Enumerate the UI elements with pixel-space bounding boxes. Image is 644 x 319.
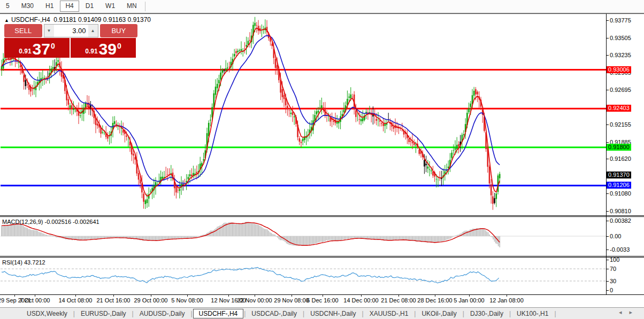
price-tick-label: 100 <box>610 257 619 263</box>
price-tick-label: -0.0033 <box>610 247 630 253</box>
chart-title-ohlc: ▲USDCHF-,H4 0.91181 0.91409 0.91163 0.91… <box>4 16 151 24</box>
tab-separator: | <box>414 310 416 317</box>
chart-tab-bar: USDX,Weekly|EURUSD-,Daily|AUDUSD-,Daily|… <box>0 307 644 319</box>
price-tick-mark <box>607 290 609 291</box>
price-tick-label: 0.00382 <box>610 218 631 224</box>
buy-price-sup: 0 <box>117 42 121 50</box>
timeframe-button-5[interactable]: 5 <box>1 1 15 12</box>
price-tick-mark <box>607 281 609 282</box>
time-tick-mark <box>361 295 362 297</box>
time-tick-mark <box>187 295 188 297</box>
tab-scroll-right-icon[interactable]: ▸ <box>629 309 640 315</box>
tab-scroll-left-icon[interactable]: ◂ <box>619 309 630 315</box>
rsi-value: 43.7212 <box>24 259 45 266</box>
time-tick-mark <box>35 295 35 297</box>
rsi-indicator-chart[interactable] <box>1 258 606 294</box>
chart-tab-xauusd-[interactable]: XAUUSD-,H1 <box>364 309 414 318</box>
buy-price-big: 39 <box>99 42 117 57</box>
time-axis[interactable]: 29 Sep 20217 Oct 00:0014 Oct 08:0021 Oct… <box>0 295 606 307</box>
time-tick-mark <box>435 295 435 297</box>
price-tick-mark <box>607 236 609 237</box>
chart-tab-usdcnh-[interactable]: USDCNH-,Daily <box>305 309 361 318</box>
time-tick-mark <box>255 295 255 297</box>
time-tick-mark <box>469 295 470 297</box>
time-tick-mark <box>323 295 323 297</box>
sell-price-box[interactable]: 0.91 37 0 <box>4 38 70 58</box>
volume-box: ▼ ▲ <box>44 24 98 37</box>
symbol-triangle-icon: ▲ <box>4 18 9 23</box>
volume-input[interactable] <box>54 25 88 37</box>
time-tick-label: 12 Jan 08:00 <box>489 297 524 304</box>
buy-button[interactable]: BUY <box>100 24 138 37</box>
time-tick-label: 5 Nov 08:00 <box>171 297 203 304</box>
tab-separator: | <box>362 310 364 317</box>
time-tick-mark <box>151 295 151 297</box>
price-tick-mark <box>607 159 609 159</box>
price-tick-mark <box>607 38 609 38</box>
chart-tab-uk100-[interactable]: UK100-,H1 <box>511 309 554 318</box>
panel-separator <box>0 216 644 217</box>
chart-tab-usdx[interactable]: USDX,Weekly <box>21 309 73 318</box>
sell-button[interactable]: SELL <box>4 24 42 37</box>
macd-label: MACD(12,26,9) -0.002516 -0.002641 <box>2 219 99 225</box>
macd-values: -0.002516 -0.002641 <box>44 219 99 225</box>
chart-tab-usdcad-[interactable]: USDCAD-,Daily <box>246 309 302 318</box>
toolbar-separator <box>145 2 145 11</box>
timeframe-toolbar: 5M30H1H4D1W1MN <box>0 0 644 13</box>
buy-price-base: 0.91 <box>85 48 97 55</box>
volume-decrease-button[interactable]: ▼ <box>44 25 54 37</box>
chart-tab-audusd-[interactable]: AUDUSD-,Daily <box>134 309 190 318</box>
price-tick-label: 0.90810 <box>610 208 631 214</box>
price-tick-mark <box>607 260 609 260</box>
price-tick-mark <box>607 90 609 90</box>
price-tick-label: 70 <box>610 266 616 272</box>
tab-separator: | <box>190 310 192 317</box>
chart-tab-usdchf-[interactable]: USDCHF-,H4 <box>193 309 244 318</box>
price-tick-label: 0.91080 <box>610 191 631 197</box>
tab-separator: | <box>554 310 556 317</box>
time-tick-mark <box>292 295 292 297</box>
ohlc-values: 0.91181 0.91409 0.91163 0.91370 <box>53 16 151 24</box>
time-tick-mark <box>75 295 76 297</box>
timeframe-button-h4[interactable]: H4 <box>60 1 79 12</box>
price-tick-mark <box>607 221 609 221</box>
time-tick-mark <box>398 295 399 297</box>
price-tick-label: 0.00 <box>610 234 621 239</box>
panel-separator[interactable] <box>0 256 644 256</box>
price-tick-mark <box>607 55 609 56</box>
time-tick-label: 14 Oct 08:00 <box>59 297 93 304</box>
timeframe-button-h1[interactable]: H1 <box>40 1 59 12</box>
chart-tab-ukoil-[interactable]: UKOil-,Daily <box>416 309 462 318</box>
price-tick-mark <box>607 269 609 269</box>
price-tick-label: 0.93235 <box>610 52 631 58</box>
timeframe-button-m30[interactable]: M30 <box>16 1 39 12</box>
time-tick-label: 29 Nov 08:00 <box>274 297 309 304</box>
time-tick-label: 6 Dec 16:00 <box>306 297 338 304</box>
rsi-name: RSI(14) <box>2 259 22 266</box>
price-axis-line <box>606 13 607 295</box>
tab-separator: | <box>303 310 304 317</box>
time-tick-label: 5 Jan 00:00 <box>454 297 485 304</box>
time-tick-label: 14 Dec 00:00 <box>343 297 378 304</box>
timeframe-button-mn[interactable]: MN <box>121 1 142 12</box>
buy-price-box[interactable]: 0.91 39 0 <box>71 38 136 58</box>
time-tick-label: 21 Dec 08:00 <box>381 297 416 304</box>
chart-tab-eurusd-[interactable]: EURUSD-,Daily <box>75 309 132 318</box>
time-tick-mark <box>14 295 15 297</box>
price-tick-mark <box>607 211 609 212</box>
tab-separator: | <box>244 310 246 317</box>
rsi-label: RSI(14) 43.7212 <box>2 259 45 266</box>
price-tick-label: 0.91620 <box>610 156 631 162</box>
timeframe-button-w1[interactable]: W1 <box>100 1 120 12</box>
price-tick-label: 0.93505 <box>610 35 631 41</box>
time-tick-label: 28 Dec 16:00 <box>417 297 452 304</box>
volume-increase-button[interactable]: ▲ <box>88 25 98 37</box>
tab-separator: | <box>463 310 464 317</box>
price-tick-mark <box>607 193 609 194</box>
chart-tab-dj30-[interactable]: DJ30-,Daily <box>465 309 509 318</box>
timeframe-button-d1[interactable]: D1 <box>80 1 99 12</box>
panel-separator[interactable] <box>0 215 644 216</box>
symbol-period-label: USDCHF-,H4 <box>11 16 50 24</box>
price-tick-label: 30 <box>610 278 616 284</box>
price-tick-mark <box>607 125 609 125</box>
